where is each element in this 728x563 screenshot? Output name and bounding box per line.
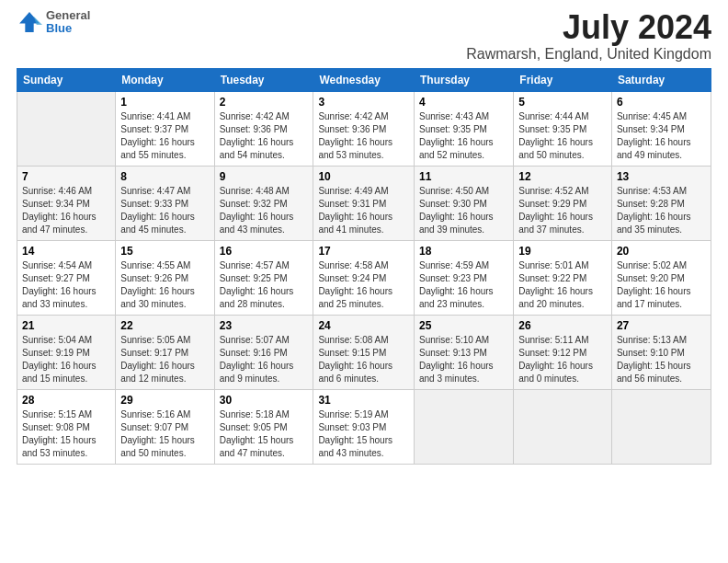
date-3-0: 21 [22, 319, 110, 332]
col-tuesday: Tuesday [214, 68, 313, 91]
week-row-2: 14Sunrise: 4:54 AM Sunset: 9:27 PM Dayli… [17, 240, 711, 315]
date-3-3: 24 [318, 319, 409, 332]
info-4-0: Sunrise: 5:15 AM Sunset: 9:08 PM Dayligh… [22, 408, 110, 460]
info-1-0: Sunrise: 4:46 AM Sunset: 9:34 PM Dayligh… [22, 185, 110, 236]
date-2-6: 20 [617, 245, 706, 258]
cell-3-1: 22Sunrise: 5:05 AM Sunset: 9:17 PM Dayli… [116, 315, 214, 389]
info-4-2: Sunrise: 5:18 AM Sunset: 9:05 PM Dayligh… [220, 408, 309, 460]
logo-general-text: General [46, 9, 90, 22]
cell-3-5: 26Sunrise: 5:11 AM Sunset: 9:12 PM Dayli… [514, 315, 612, 389]
info-1-6: Sunrise: 4:53 AM Sunset: 9:28 PM Dayligh… [617, 185, 706, 236]
info-1-5: Sunrise: 4:52 AM Sunset: 9:29 PM Dayligh… [518, 185, 607, 236]
calendar-table: Sunday Monday Tuesday Wednesday Thursday… [17, 68, 711, 465]
info-3-1: Sunrise: 5:05 AM Sunset: 9:17 PM Dayligh… [120, 334, 209, 385]
cell-3-3: 24Sunrise: 5:08 AM Sunset: 9:15 PM Dayli… [313, 315, 415, 389]
date-3-2: 23 [220, 319, 309, 332]
date-4-0: 28 [22, 394, 110, 407]
info-3-3: Sunrise: 5:08 AM Sunset: 9:15 PM Dayligh… [318, 334, 409, 385]
cell-2-3: 17Sunrise: 4:58 AM Sunset: 9:24 PM Dayli… [313, 240, 415, 315]
cell-0-1: 1Sunrise: 4:41 AM Sunset: 9:37 PM Daylig… [116, 91, 214, 166]
cell-3-2: 23Sunrise: 5:07 AM Sunset: 9:16 PM Dayli… [214, 315, 313, 389]
cell-0-5: 5Sunrise: 4:44 AM Sunset: 9:35 PM Daylig… [514, 91, 612, 166]
cell-2-0: 14Sunrise: 4:54 AM Sunset: 9:27 PM Dayli… [17, 240, 116, 315]
date-4-2: 30 [220, 394, 309, 407]
date-2-1: 15 [120, 245, 209, 258]
main-title: July 2024 [466, 9, 711, 46]
date-3-5: 26 [518, 319, 607, 332]
cell-0-3: 3Sunrise: 4:42 AM Sunset: 9:36 PM Daylig… [313, 91, 415, 166]
cell-4-6 [611, 389, 711, 464]
cell-0-4: 4Sunrise: 4:43 AM Sunset: 9:35 PM Daylig… [414, 91, 513, 166]
week-row-1: 7Sunrise: 4:46 AM Sunset: 9:34 PM Daylig… [17, 166, 711, 240]
info-1-1: Sunrise: 4:47 AM Sunset: 9:33 PM Dayligh… [120, 185, 209, 236]
cell-0-6: 6Sunrise: 4:45 AM Sunset: 9:34 PM Daylig… [611, 91, 711, 166]
date-1-2: 9 [220, 170, 309, 183]
cell-4-3: 31Sunrise: 5:19 AM Sunset: 9:03 PM Dayli… [313, 389, 415, 464]
info-4-3: Sunrise: 5:19 AM Sunset: 9:03 PM Dayligh… [318, 408, 409, 460]
cell-4-2: 30Sunrise: 5:18 AM Sunset: 9:05 PM Dayli… [214, 389, 313, 464]
cell-4-4 [414, 389, 513, 464]
calendar-header-row: Sunday Monday Tuesday Wednesday Thursday… [17, 68, 711, 91]
title-area: July 2024 Rawmarsh, England, United King… [466, 9, 711, 63]
info-3-6: Sunrise: 5:13 AM Sunset: 9:10 PM Dayligh… [617, 334, 706, 385]
date-1-6: 13 [617, 170, 706, 183]
info-3-4: Sunrise: 5:10 AM Sunset: 9:13 PM Dayligh… [419, 334, 508, 385]
date-1-3: 10 [318, 170, 409, 183]
info-2-2: Sunrise: 4:57 AM Sunset: 9:25 PM Dayligh… [220, 259, 309, 311]
date-1-5: 12 [518, 170, 607, 183]
logo: General Blue [17, 9, 90, 36]
info-0-2: Sunrise: 4:42 AM Sunset: 9:36 PM Dayligh… [220, 110, 309, 162]
date-4-3: 31 [318, 394, 409, 407]
col-saturday: Saturday [611, 68, 711, 91]
date-0-2: 2 [220, 96, 309, 109]
info-1-3: Sunrise: 4:49 AM Sunset: 9:31 PM Dayligh… [318, 185, 409, 236]
info-0-3: Sunrise: 4:42 AM Sunset: 9:36 PM Dayligh… [318, 110, 409, 162]
cell-1-5: 12Sunrise: 4:52 AM Sunset: 9:29 PM Dayli… [514, 166, 612, 240]
cell-2-6: 20Sunrise: 5:02 AM Sunset: 9:20 PM Dayli… [611, 240, 711, 315]
date-4-1: 29 [120, 394, 209, 407]
logo-text: General Blue [46, 9, 90, 36]
date-0-1: 1 [120, 96, 209, 109]
info-3-5: Sunrise: 5:11 AM Sunset: 9:12 PM Dayligh… [518, 334, 607, 385]
cell-3-0: 21Sunrise: 5:04 AM Sunset: 9:19 PM Dayli… [17, 315, 116, 389]
cell-4-1: 29Sunrise: 5:16 AM Sunset: 9:07 PM Dayli… [116, 389, 214, 464]
week-row-4: 28Sunrise: 5:15 AM Sunset: 9:08 PM Dayli… [17, 389, 711, 464]
col-wednesday: Wednesday [313, 68, 415, 91]
cell-0-2: 2Sunrise: 4:42 AM Sunset: 9:36 PM Daylig… [214, 91, 313, 166]
date-3-1: 22 [120, 319, 209, 332]
cell-2-5: 19Sunrise: 5:01 AM Sunset: 9:22 PM Dayli… [514, 240, 612, 315]
info-1-4: Sunrise: 4:50 AM Sunset: 9:30 PM Dayligh… [419, 185, 508, 236]
info-2-1: Sunrise: 4:55 AM Sunset: 9:26 PM Dayligh… [120, 259, 209, 311]
cell-1-4: 11Sunrise: 4:50 AM Sunset: 9:30 PM Dayli… [414, 166, 513, 240]
col-monday: Monday [116, 68, 214, 91]
info-0-6: Sunrise: 4:45 AM Sunset: 9:34 PM Dayligh… [617, 110, 706, 162]
week-row-0: 1Sunrise: 4:41 AM Sunset: 9:37 PM Daylig… [17, 91, 711, 166]
date-1-0: 7 [22, 170, 110, 183]
info-2-4: Sunrise: 4:59 AM Sunset: 9:23 PM Dayligh… [419, 259, 508, 311]
cell-3-4: 25Sunrise: 5:10 AM Sunset: 9:13 PM Dayli… [414, 315, 513, 389]
cell-2-2: 16Sunrise: 4:57 AM Sunset: 9:25 PM Dayli… [214, 240, 313, 315]
cell-1-2: 9Sunrise: 4:48 AM Sunset: 9:32 PM Daylig… [214, 166, 313, 240]
col-friday: Friday [514, 68, 612, 91]
cell-2-4: 18Sunrise: 4:59 AM Sunset: 9:23 PM Dayli… [414, 240, 513, 315]
date-2-5: 19 [518, 245, 607, 258]
cell-2-1: 15Sunrise: 4:55 AM Sunset: 9:26 PM Dayli… [116, 240, 214, 315]
date-0-4: 4 [419, 96, 508, 109]
header: General Blue July 2024 Rawmarsh, England… [17, 9, 711, 63]
info-4-1: Sunrise: 5:16 AM Sunset: 9:07 PM Dayligh… [120, 408, 209, 460]
page: General Blue July 2024 Rawmarsh, England… [0, 0, 728, 563]
date-0-3: 3 [318, 96, 409, 109]
info-3-2: Sunrise: 5:07 AM Sunset: 9:16 PM Dayligh… [220, 334, 309, 385]
cell-1-0: 7Sunrise: 4:46 AM Sunset: 9:34 PM Daylig… [17, 166, 116, 240]
cell-1-1: 8Sunrise: 4:47 AM Sunset: 9:33 PM Daylig… [116, 166, 214, 240]
cell-4-5 [514, 389, 612, 464]
info-0-1: Sunrise: 4:41 AM Sunset: 9:37 PM Dayligh… [120, 110, 209, 162]
info-3-0: Sunrise: 5:04 AM Sunset: 9:19 PM Dayligh… [22, 334, 110, 385]
date-3-4: 25 [419, 319, 508, 332]
cell-4-0: 28Sunrise: 5:15 AM Sunset: 9:08 PM Dayli… [17, 389, 116, 464]
info-0-5: Sunrise: 4:44 AM Sunset: 9:35 PM Dayligh… [518, 110, 607, 162]
date-0-5: 5 [518, 96, 607, 109]
col-sunday: Sunday [17, 68, 116, 91]
week-row-3: 21Sunrise: 5:04 AM Sunset: 9:19 PM Dayli… [17, 315, 711, 389]
cell-0-0 [17, 91, 116, 166]
